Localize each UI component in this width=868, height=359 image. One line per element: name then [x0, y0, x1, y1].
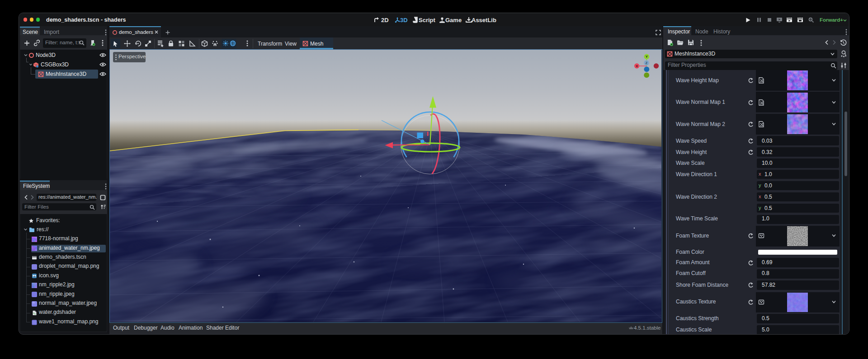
svg-text:Z: Z [646, 61, 648, 65]
svg-text:X: X [636, 64, 638, 68]
svg-text:Y: Y [646, 55, 648, 59]
